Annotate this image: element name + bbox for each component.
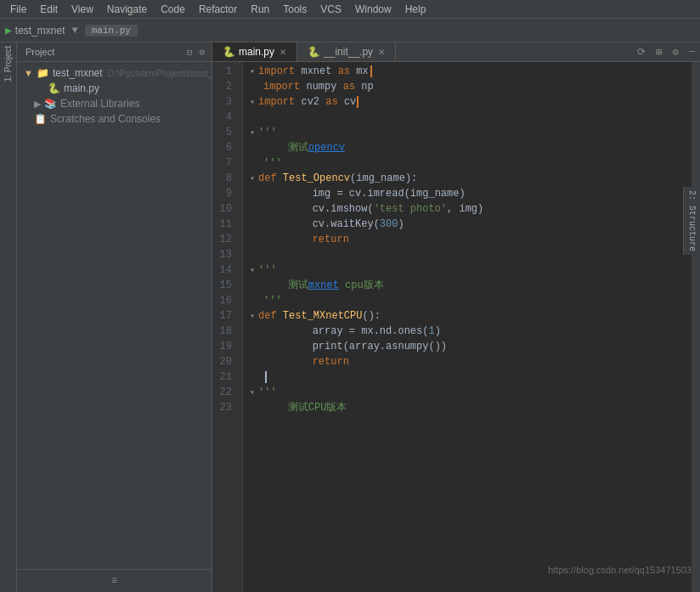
root-name: test_mxnet (53, 67, 103, 79)
fold-17[interactable]: ▾ (250, 310, 255, 323)
code-line-22: ▾ ''' (250, 385, 685, 400)
menu-file[interactable]: File (3, 2, 33, 17)
tree-main-py[interactable]: 🐍 main.py (17, 81, 212, 96)
code-line-21 (250, 369, 685, 385)
lib-arrow: ▶ (34, 99, 41, 110)
left-vtab: 1: Project (0, 42, 17, 592)
ln-22: 22 (212, 385, 235, 400)
tab-main-py[interactable]: 🐍 main.py ✕ (212, 42, 297, 61)
menu-window[interactable]: Window (348, 2, 398, 17)
fold-22[interactable]: ▾ (250, 386, 255, 399)
menu-navigate[interactable]: Navigate (100, 2, 154, 17)
ln-20: 20 (212, 354, 235, 369)
cursor-3 (357, 96, 358, 108)
fold-8[interactable]: ▾ (250, 172, 255, 185)
fold-14[interactable]: ▾ (250, 264, 255, 277)
minimize-icon[interactable]: — (684, 46, 700, 58)
right-structure-tab: 2: Structure (683, 187, 700, 255)
fold-2[interactable] (250, 81, 260, 93)
ln-18: 18 (212, 324, 235, 339)
code-line-16: ''' (250, 293, 685, 308)
project-vtab[interactable]: 1: Project (2, 42, 14, 85)
ln-23: 23 (212, 400, 235, 415)
structure-icon[interactable]: ≡ (110, 573, 119, 589)
tree-ext-libs[interactable]: ▶ 📚 External Libraries (17, 96, 212, 111)
project-tree: ▼ 📁 test_mxnet D:\PycharmProjects\test_m… (17, 62, 212, 569)
tree-scratches[interactable]: 📋 Scratches and Consoles (17, 111, 212, 127)
watermark: https://blog.csdn.net/qq153471503 (548, 565, 692, 575)
sidebar-title: Project (20, 45, 59, 59)
code-line-12: return (250, 232, 685, 247)
collapse-all-icon[interactable]: ⊟ (183, 46, 196, 59)
run-icon: ▶ (5, 24, 12, 37)
code-line-14: ▾ ''' (250, 262, 685, 278)
menu-edit[interactable]: Edit (33, 2, 65, 17)
menu-refactor[interactable]: Refactor (192, 2, 244, 17)
ln-11: 11 (212, 217, 235, 232)
code-line-6: 测试opencv (250, 140, 685, 155)
sidebar: Project ⊟ ⚙ ▼ 📁 test_mxnet D:\PycharmPro… (17, 42, 212, 592)
menu-bar: File Edit View Navigate Code Refactor Ru… (0, 0, 700, 19)
menu-run[interactable]: Run (244, 2, 276, 17)
kw-import-1: import (258, 64, 295, 79)
ln-4: 4 (212, 110, 235, 125)
separator: ▼ (72, 25, 78, 37)
code-line-11: cv.waitKey( 300 ) (250, 217, 685, 232)
toolbar: ▶ test_mxnet ▼ main.py (0, 19, 700, 42)
fold-3[interactable]: ▾ (250, 96, 255, 109)
split-icon[interactable]: ⊞ (651, 46, 667, 59)
editor-tabs: 🐍 main.py ✕ 🐍 __init__.py ✕ ⟳ ⊞ ⚙ — (212, 42, 700, 62)
fold-1[interactable]: ▾ (250, 65, 255, 78)
cursor-1 (370, 65, 372, 77)
root-path: D:\PycharmProjects\test_mxnet (108, 68, 212, 78)
gear-icon[interactable]: ⚙ (668, 46, 684, 59)
scratches-icon: 📋 (34, 113, 47, 125)
tab-init-py[interactable]: 🐍 __init__.py ✕ (297, 42, 396, 61)
tab-init-close[interactable]: ✕ (378, 48, 385, 57)
ln-19: 19 (212, 339, 235, 354)
menu-vcs[interactable]: VCS (313, 2, 348, 17)
link-opencv: opencv (308, 140, 345, 155)
link-mxnet: mxnet (308, 278, 339, 293)
ln-21: 21 (212, 369, 235, 385)
structure-vtab[interactable]: 2: Structure (687, 190, 697, 251)
ln-12: 12 (212, 232, 235, 247)
project-dropdown[interactable]: test_mxnet (15, 25, 65, 37)
code-line-4 (250, 110, 685, 125)
code-line-5: ▾ ''' (250, 125, 685, 140)
ln-15: 15 (212, 278, 235, 293)
code-line-15: 测试 mxnet cpu版本 (250, 278, 685, 293)
ln-7: 7 (212, 155, 235, 171)
ln-6: 6 (212, 140, 235, 155)
ln-10: 10 (212, 201, 235, 217)
ln-17: 17 (212, 308, 235, 324)
settings-icon[interactable]: ⚙ (195, 46, 208, 59)
tab-init-icon: 🐍 (308, 46, 320, 58)
menu-code[interactable]: Code (154, 2, 192, 17)
menu-view[interactable]: View (65, 2, 100, 17)
file-tab[interactable]: main.py (85, 25, 138, 37)
lib-icon: 📚 (44, 98, 57, 110)
main-py-label: main.py (64, 82, 99, 94)
menu-help[interactable]: Help (398, 2, 433, 17)
sync-icon[interactable]: ⟳ (632, 46, 651, 59)
ln-16: 16 (212, 293, 235, 308)
code-line-13 (250, 247, 685, 262)
code-line-23: 测试CPU版本 (250, 400, 685, 415)
sidebar-bottom: ≡ (17, 569, 212, 592)
tab-main-close[interactable]: ✕ (279, 48, 286, 57)
code-line-9: img = cv.imread(img_name) (250, 186, 685, 201)
code-line-1: ▾ import mxnet as mx (250, 64, 685, 79)
code-line-8: ▾ def Test_Opencv ( img_name ): (250, 171, 685, 186)
sidebar-toolbar: Project ⊟ ⚙ (17, 42, 212, 62)
ln-3: 3 (212, 94, 235, 110)
text-cursor (265, 371, 267, 383)
menu-tools[interactable]: Tools (276, 2, 313, 17)
tree-root[interactable]: ▼ 📁 test_mxnet D:\PycharmProjects\test_m… (17, 65, 212, 81)
scratches-label: Scratches and Consoles (50, 113, 161, 125)
right-scrollbar[interactable] (692, 62, 700, 592)
fold-5[interactable]: ▾ (250, 127, 255, 139)
code-line-19: print(array.asnumpy()) (250, 339, 685, 354)
code-content[interactable]: ▾ import mxnet as mx import numpy as np (243, 62, 692, 592)
code-line-7: ''' (250, 155, 685, 171)
